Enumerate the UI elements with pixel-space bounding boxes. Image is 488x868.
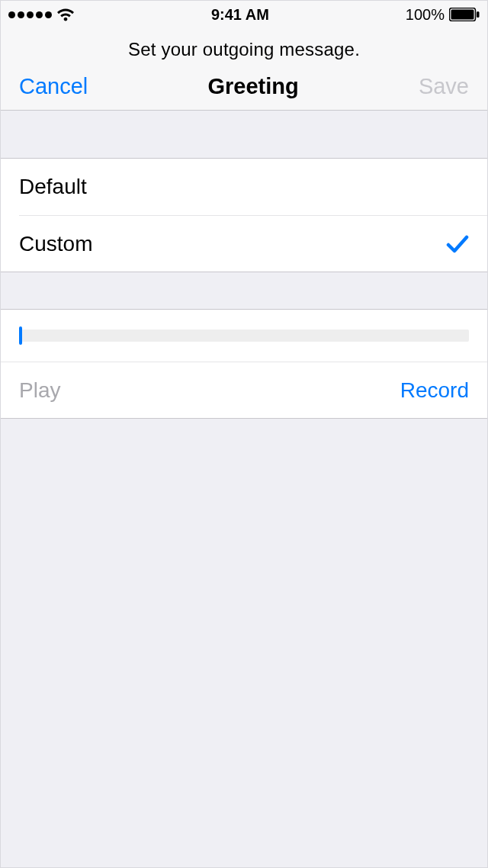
battery-icon xyxy=(449,8,480,21)
svg-rect-1 xyxy=(451,10,474,20)
subtitle: Set your outgoing message. xyxy=(1,28,487,74)
status-time: 9:41 AM xyxy=(211,6,269,24)
recorder-actions: Play Record xyxy=(1,362,487,418)
spacer xyxy=(1,111,487,158)
cancel-button[interactable]: Cancel xyxy=(19,74,88,99)
progress-thumb[interactable] xyxy=(19,326,22,345)
status-right: 100% xyxy=(406,6,480,24)
option-default[interactable]: Default xyxy=(1,159,487,215)
checkmark-icon xyxy=(446,235,469,253)
status-bar: 9:41 AM 100% xyxy=(1,1,487,28)
spacer xyxy=(1,272,487,309)
device-frame: 9:41 AM 100% Set your outgoing message. … xyxy=(0,0,488,868)
page-title: Greeting xyxy=(207,74,298,99)
progress-track xyxy=(19,330,469,342)
recorder-group: Play Record xyxy=(1,309,487,419)
play-button[interactable]: Play xyxy=(19,378,60,403)
record-button[interactable]: Record xyxy=(400,378,469,403)
battery-percent: 100% xyxy=(406,6,445,24)
option-custom-label: Custom xyxy=(19,232,92,256)
svg-rect-2 xyxy=(477,11,480,18)
signal-strength-icon xyxy=(8,11,52,18)
wifi-icon xyxy=(56,8,75,21)
greeting-options-group: Default Custom xyxy=(1,158,487,272)
option-custom[interactable]: Custom xyxy=(19,215,487,272)
option-default-label: Default xyxy=(19,175,87,199)
save-button[interactable]: Save xyxy=(419,74,469,99)
header: Set your outgoing message. Cancel Greeti… xyxy=(1,28,487,111)
status-left xyxy=(8,8,75,21)
nav-row: Cancel Greeting Save xyxy=(1,74,487,99)
playback-progress[interactable] xyxy=(1,310,487,362)
